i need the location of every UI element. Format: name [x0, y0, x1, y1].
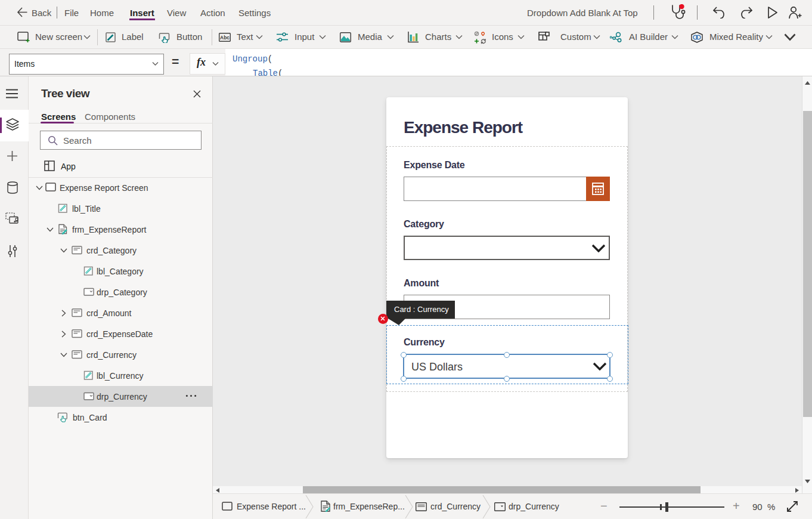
svg-text:Abc: Abc: [220, 35, 230, 41]
